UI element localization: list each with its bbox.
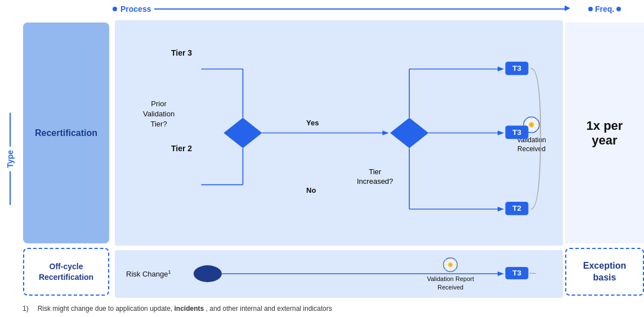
main-container: Process Freq. Type Recertification Off-c… xyxy=(0,0,644,317)
svg-marker-28 xyxy=(498,207,504,212)
content-area: Type Recertification Off-cycle Recertifi… xyxy=(0,18,644,300)
freq-label: Freq. xyxy=(595,4,614,13)
type-label: Type xyxy=(6,113,15,205)
svg-marker-19 xyxy=(498,66,504,71)
recertification-box: Recertification xyxy=(23,22,109,243)
prior-validation-diamond xyxy=(223,117,262,148)
footnote-number: 1) xyxy=(23,305,29,313)
svg-marker-16 xyxy=(382,130,388,135)
svg-marker-44 xyxy=(498,271,504,276)
main-flow: Tier 3 Tier 2 Prior Validation Tier? Yes… xyxy=(115,20,563,246)
footnote-bold: incidents xyxy=(175,305,204,313)
svg-point-42 xyxy=(194,265,222,282)
freq-arrow-dot2 xyxy=(616,7,621,11)
freq-column: 1x per year Exception basis xyxy=(565,18,644,300)
freq-arrow-dot xyxy=(588,7,593,11)
svg-text:T3: T3 xyxy=(512,64,521,73)
header-row: Process Freq. xyxy=(0,0,644,18)
offcycle-box: Off-cycle Recertification xyxy=(23,248,109,296)
process-section: Process xyxy=(113,4,565,13)
offcycle-label: Off-cycle Recertification xyxy=(39,261,93,282)
type-arrow-line xyxy=(10,171,11,205)
offcycle-flow: Risk Change1 xyxy=(115,250,563,298)
offcycle-flow-svg: T3 xyxy=(115,250,563,298)
freq-exception-box: Exception basis xyxy=(565,248,644,296)
type-arrow-line2 xyxy=(10,113,11,147)
svg-text:T3: T3 xyxy=(512,128,521,137)
tier-increased-diamond xyxy=(390,117,428,148)
diagram-area: Tier 3 Tier 2 Prior Validation Tier? Yes… xyxy=(113,18,565,300)
svg-text:T3: T3 xyxy=(512,269,521,277)
svg-text:T2: T2 xyxy=(512,205,521,213)
freq-main-value: 1x per year xyxy=(565,22,644,243)
freq-header: Freq. xyxy=(565,4,644,13)
process-label: Process xyxy=(120,4,151,13)
process-arrow-line xyxy=(154,8,565,10)
svg-marker-23 xyxy=(498,130,504,135)
type-column: Type xyxy=(0,18,20,300)
footer: 1) Risk might change due to application … xyxy=(0,300,644,317)
process-arrow-start xyxy=(113,7,117,11)
footnote-text: Risk might change due to application upd… xyxy=(38,305,332,313)
recertification-column: Recertification Off-cycle Recertificatio… xyxy=(20,18,113,300)
flow-diagram-svg: T3 T3 T2 xyxy=(115,20,563,246)
